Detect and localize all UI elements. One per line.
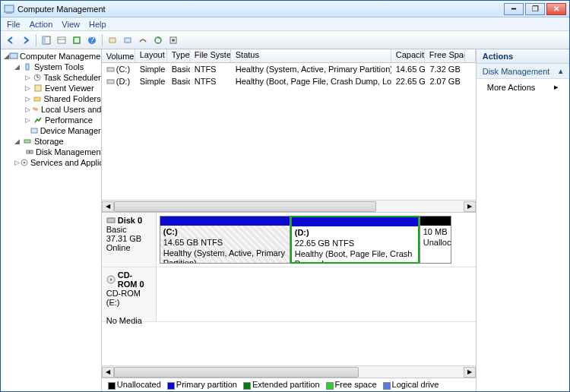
tools-icon [22, 62, 33, 71]
tool-button-e[interactable] [166, 33, 180, 47]
minimize-button[interactable]: ━ [504, 3, 524, 15]
scroll-right-icon[interactable]: ▶ [464, 201, 476, 212]
col-free-space[interactable]: Free Space [425, 49, 465, 62]
volume-row[interactable]: (D:) Simple Basic NTFS Healthy (Boot, Pa… [102, 75, 476, 87]
properties-button[interactable] [55, 33, 68, 47]
tree-disk-management[interactable]: Disk Management [22, 147, 101, 157]
partition-header-unallocated [420, 217, 451, 226]
window-title: Computer Management [17, 5, 504, 14]
col-volume[interactable]: Volume [102, 49, 135, 62]
svg-rect-21 [31, 128, 37, 133]
scroll-left-icon[interactable]: ◀ [102, 367, 114, 378]
nav-tree[interactable]: ◢Computer Management (Local) ◢System Too… [1, 51, 101, 168]
tree-task-scheduler[interactable]: ▷Task Scheduler [22, 72, 101, 83]
col-extra[interactable] [465, 49, 476, 62]
volume-row[interactable]: (C:) Simple Basic NTFS Healthy (System, … [102, 63, 476, 75]
window-controls: ━ ❐ ✕ [504, 3, 566, 15]
menu-file[interactable]: File [7, 20, 21, 29]
partition-unallocated[interactable]: 10 MB Unalloc [420, 216, 451, 264]
scroll-thumb[interactable] [114, 201, 376, 212]
disk-partitions: (C:) 14.65 GB NTFS Healthy (System, Acti… [157, 213, 476, 267]
volume-list[interactable]: (C:) Simple Basic NTFS Healthy (System, … [102, 63, 476, 200]
svg-point-11 [155, 37, 161, 43]
back-button[interactable] [4, 33, 17, 47]
center-pane: Volume Layout Type File System Status Ca… [102, 49, 476, 391]
tree-shared-folders[interactable]: ▷Shared Folders [22, 93, 101, 104]
legend-swatch-free [326, 382, 334, 390]
maximize-button[interactable]: ❐ [525, 3, 545, 15]
help-button[interactable]: ? [85, 33, 99, 47]
svg-text:?: ? [90, 36, 94, 44]
partition-d[interactable]: (D:) 22.65 GB NTFS Healthy (Boot, Page F… [290, 216, 420, 264]
col-type[interactable]: Type [167, 49, 190, 62]
svg-point-31 [109, 279, 112, 281]
show-hide-tree-button[interactable] [40, 33, 53, 47]
col-capacity[interactable]: Capacity [391, 49, 425, 62]
scroll-left-icon[interactable]: ◀ [102, 201, 114, 212]
partition-header-logical [292, 217, 418, 226]
svg-rect-1 [6, 12, 12, 14]
svg-rect-27 [107, 68, 114, 71]
tree-system-tools[interactable]: ◢System Tools [11, 62, 101, 72]
actions-more[interactable]: More Actions ▸ [477, 79, 569, 95]
tool-button-d[interactable] [151, 33, 165, 47]
partition-c[interactable]: (C:) 14.65 GB NTFS Healthy (System, Acti… [160, 216, 290, 264]
actions-section-disk-mgmt[interactable]: Disk Management ▴ [477, 64, 569, 79]
tool-button-a[interactable] [106, 33, 119, 47]
cdrom-label[interactable]: CD-ROM 0 CD-ROM (E:) No Media [102, 267, 157, 321]
svg-rect-22 [24, 140, 30, 143]
cdrom-icon [106, 275, 116, 284]
disk-label[interactable]: Disk 0 Basic 37.31 GB Online [102, 213, 157, 267]
tree-services-apps[interactable]: ▷Services and Applications [11, 157, 101, 168]
tool-button-b[interactable] [121, 33, 135, 47]
tree-event-viewer[interactable]: ▷Event Viewer [22, 83, 101, 93]
users-icon [30, 105, 40, 114]
tree-performance[interactable]: ▷Performance [22, 115, 101, 125]
menu-view[interactable]: View [62, 20, 80, 29]
main-area: ◢Computer Management (Local) ◢System Too… [1, 49, 569, 391]
svg-rect-0 [5, 5, 14, 12]
app-icon [4, 4, 14, 14]
svg-point-24 [29, 151, 30, 153]
chevron-up-icon: ▴ [559, 66, 563, 76]
tree-local-users[interactable]: ▷Local Users and Groups [22, 104, 101, 115]
svg-rect-9 [109, 38, 116, 43]
scroll-thumb[interactable] [114, 367, 359, 378]
legend-swatch-extended [243, 382, 251, 390]
hscrollbar-top[interactable]: ◀ ▶ [102, 200, 476, 212]
menu-help[interactable]: Help [89, 20, 106, 29]
app-window: Computer Management ━ ❐ ✕ File Action Vi… [0, 0, 570, 392]
partition-header-primary [160, 217, 290, 226]
tree-root[interactable]: ◢Computer Management (Local) [1, 51, 101, 62]
performance-icon [33, 115, 43, 125]
col-filesystem[interactable]: File System [190, 49, 231, 62]
legend-swatch-logical [383, 382, 391, 390]
col-status[interactable]: Status [231, 49, 391, 62]
svg-rect-14 [10, 53, 17, 58]
disk-row[interactable]: Disk 0 Basic 37.31 GB Online (C:) 14.65 … [102, 213, 476, 267]
cdrom-row[interactable]: CD-ROM 0 CD-ROM (E:) No Media [102, 267, 476, 322]
svg-point-26 [24, 162, 26, 164]
svg-rect-28 [107, 80, 114, 84]
col-layout[interactable]: Layout [135, 49, 167, 62]
hscrollbar-bottom[interactable]: ◀ ▶ [102, 365, 476, 378]
toolbar-separator [102, 34, 103, 46]
svg-rect-3 [43, 36, 46, 44]
tree-device-manager[interactable]: Device Manager [22, 125, 101, 136]
tool-button-c[interactable] [136, 33, 150, 47]
titlebar: Computer Management ━ ❐ ✕ [1, 1, 569, 17]
menu-action[interactable]: Action [30, 20, 53, 29]
close-button[interactable]: ✕ [546, 3, 566, 15]
storage-icon [22, 137, 33, 146]
toolbar: ? [1, 31, 569, 49]
scroll-right-icon[interactable]: ▶ [464, 367, 476, 378]
forward-button[interactable] [19, 33, 33, 47]
computer-icon [9, 52, 18, 61]
tree-storage[interactable]: ◢Storage [11, 136, 101, 147]
drive-icon [106, 65, 115, 74]
svg-rect-10 [125, 38, 131, 43]
legend-swatch-unallocated [108, 382, 116, 390]
services-icon [20, 158, 29, 167]
refresh-button[interactable] [70, 33, 84, 47]
svg-point-20 [35, 108, 38, 111]
